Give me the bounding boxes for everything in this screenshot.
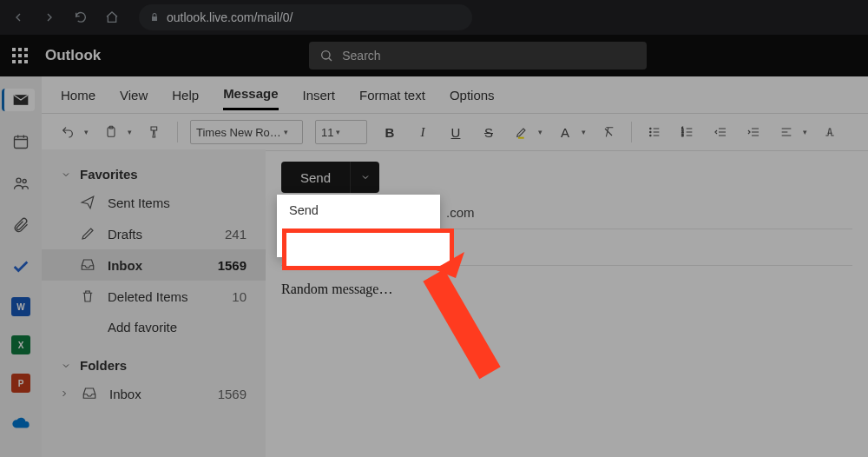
search-placeholder: Search [342, 49, 380, 63]
search-icon [319, 49, 333, 63]
draft-icon [80, 226, 95, 242]
svg-point-6 [650, 128, 651, 129]
svg-point-8 [650, 135, 651, 136]
attach-icon[interactable] [10, 214, 32, 236]
browser-chrome: outlook.live.com/mail/0/ [0, 0, 868, 35]
bullets-button[interactable] [644, 122, 665, 142]
word-icon[interactable]: W [11, 297, 30, 316]
lock-icon [149, 12, 160, 23]
strikethrough-button[interactable]: S [478, 122, 499, 142]
sidebar-item-drafts[interactable]: Drafts 241 [42, 218, 266, 249]
underline-button[interactable]: U [445, 122, 466, 142]
content-area: Home View Help Message Insert Format tex… [42, 76, 868, 457]
trash-icon [80, 288, 95, 304]
dropdown-schedule-send[interactable]: Schedule send [277, 226, 440, 257]
svg-text:3: 3 [681, 133, 684, 137]
mail-app-icon[interactable] [2, 89, 35, 111]
tab-view[interactable]: View [120, 81, 148, 109]
tab-home[interactable]: Home [61, 81, 95, 109]
dropdown-send[interactable]: Send [277, 195, 440, 226]
svg-point-2 [16, 178, 21, 182]
clear-format-button[interactable] [598, 122, 619, 142]
svg-rect-1 [15, 136, 28, 148]
svg-point-3 [23, 180, 26, 183]
nav-forward-button[interactable] [38, 6, 61, 29]
send-button[interactable]: Send [281, 162, 350, 193]
numbering-button[interactable]: 123 [677, 122, 698, 142]
italic-button[interactable]: I [412, 122, 433, 142]
todo-icon[interactable] [10, 255, 32, 278]
folder-sidebar: Favorites Sent Items Drafts 241 Inbox 15… [42, 149, 266, 457]
sidebar-item-folder-inbox[interactable]: Inbox 1569 [42, 378, 266, 409]
highlight-button[interactable] [511, 122, 532, 142]
nav-reload-button[interactable] [69, 6, 92, 29]
tab-help[interactable]: Help [172, 81, 199, 109]
compose-pane: Send Send Schedule send .com Random subj… [266, 149, 868, 457]
nav-home-button[interactable] [101, 6, 123, 29]
inbox-icon [80, 257, 95, 273]
svg-point-0 [322, 51, 330, 59]
suite-header: Outlook Search [0, 35, 868, 76]
send-bar: Send [281, 162, 852, 193]
undo-button[interactable] [57, 122, 78, 142]
chevron-down-icon [61, 169, 71, 180]
ribbon-tabs: Home View Help Message Insert Format tex… [42, 76, 868, 114]
tab-message[interactable]: Message [223, 79, 278, 110]
sidebar-section-favorites[interactable]: Favorites [42, 162, 266, 187]
font-family-select[interactable]: Times New Ro…▾ [190, 120, 303, 144]
font-color-button[interactable]: A [555, 122, 575, 142]
powerpoint-icon[interactable]: P [11, 374, 30, 393]
tab-insert[interactable]: Insert [303, 81, 336, 109]
inbox-icon [82, 386, 97, 401]
chevron-right-icon [59, 388, 69, 399]
excel-icon[interactable]: X [11, 335, 30, 354]
format-toolbar: ▾ ▾ Times New Ro…▾ 11▾ B I U S ▾ A▾ 123 … [42, 114, 868, 151]
sidebar-item-inbox[interactable]: Inbox 1569 [42, 249, 266, 281]
onedrive-icon[interactable] [10, 412, 32, 434]
tab-format-text[interactable]: Format text [359, 81, 425, 109]
chevron-down-icon [360, 172, 371, 182]
indent-button[interactable] [743, 122, 764, 142]
sidebar-section-folders[interactable]: Folders [42, 353, 266, 378]
sent-icon [80, 195, 95, 210]
address-bar[interactable]: outlook.live.com/mail/0/ [139, 4, 472, 30]
app-launcher-icon[interactable] [12, 48, 28, 63]
sidebar-item-sent[interactable]: Sent Items [42, 187, 266, 218]
people-icon[interactable] [10, 172, 32, 195]
align-button[interactable] [776, 122, 797, 142]
bold-button[interactable]: B [379, 122, 400, 142]
nav-back-button[interactable] [7, 6, 30, 29]
styles-button[interactable] [819, 122, 840, 142]
url-text: outlook.live.com/mail/0/ [167, 10, 293, 24]
tab-options[interactable]: Options [450, 81, 495, 109]
font-size-select[interactable]: 11▾ [315, 120, 367, 144]
send-options-button[interactable] [350, 162, 379, 193]
calendar-icon[interactable] [10, 130, 32, 153]
lower-region: Favorites Sent Items Drafts 241 Inbox 15… [42, 149, 868, 457]
chevron-down-icon [61, 361, 71, 371]
sidebar-item-add-favorite[interactable]: Add favorite [42, 312, 266, 342]
message-body[interactable]: Random message… [281, 266, 852, 313]
app-rail: W X P [0, 76, 42, 457]
svg-point-7 [650, 131, 651, 132]
paste-button[interactable] [101, 122, 122, 142]
outdent-button[interactable] [710, 122, 731, 142]
send-dropdown: Send Schedule send [277, 195, 440, 257]
brand-label: Outlook [45, 47, 101, 64]
format-painter-button[interactable] [144, 122, 165, 142]
sidebar-item-deleted[interactable]: Deleted Items 10 [42, 281, 266, 312]
search-input[interactable]: Search [309, 42, 647, 70]
